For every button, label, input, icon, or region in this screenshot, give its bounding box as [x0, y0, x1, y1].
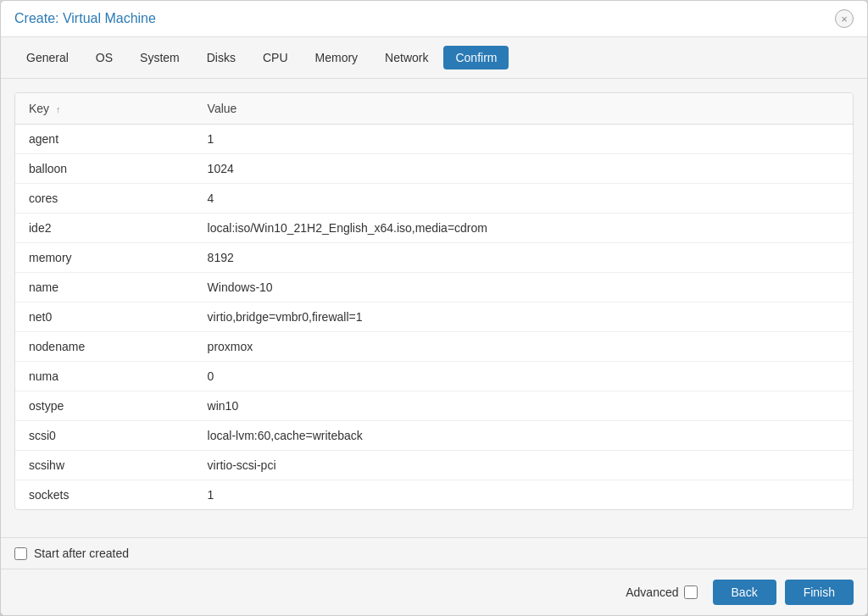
tab-confirm[interactable]: Confirm	[443, 46, 509, 69]
confirm-table-container: Key ↑ Value agent1balloon1024cores4ide2l…	[14, 92, 854, 510]
tab-disks[interactable]: Disks	[195, 46, 248, 69]
footer: Start after created	[1, 537, 867, 569]
advanced-checkbox[interactable]	[684, 585, 698, 599]
create-vm-dialog: Create: Virtual Machine × General OS Sys…	[0, 0, 868, 616]
table-cell-key: ide2	[15, 214, 194, 243]
table-row: ide2local:iso/Win10_21H2_English_x64.iso…	[15, 214, 853, 243]
bottom-bar: Advanced Back Finish	[1, 569, 867, 615]
table-cell-value: 1024	[194, 154, 853, 184]
table-cell-value: virtio,bridge=vmbr0,firewall=1	[194, 302, 853, 332]
table-cell-key: scsihw	[15, 451, 194, 480]
table-cell-value: 4	[194, 184, 853, 214]
tab-cpu[interactable]: CPU	[251, 46, 300, 69]
table-cell-key: sockets	[15, 480, 194, 510]
table-row: scsihwvirtio-scsi-pci	[15, 451, 853, 480]
table-cell-key: net0	[15, 302, 194, 332]
table-cell-key: nodename	[15, 332, 194, 362]
table-cell-key: scsi0	[15, 421, 194, 451]
finish-button[interactable]: Finish	[785, 580, 854, 605]
table-cell-value: 1	[194, 125, 853, 154]
table-cell-key: numa	[15, 362, 194, 391]
table-row: nameWindows-10	[15, 273, 853, 302]
table-cell-value: local:iso/Win10_21H2_English_x64.iso,med…	[194, 214, 853, 243]
table-row: memory8192	[15, 243, 853, 273]
table-cell-value: proxmox	[194, 332, 853, 362]
tab-bar: General OS System Disks CPU Memory Netwo…	[1, 37, 867, 79]
tab-network[interactable]: Network	[373, 46, 440, 69]
table-row: sockets1	[15, 480, 853, 510]
tab-os[interactable]: OS	[84, 46, 125, 69]
table-row: cores4	[15, 184, 853, 214]
table-row: agent1	[15, 125, 853, 154]
tab-memory[interactable]: Memory	[303, 46, 370, 69]
tab-general[interactable]: General	[14, 46, 81, 69]
dialog-title: Create: Virtual Machine	[14, 11, 156, 26]
table-cell-key: balloon	[15, 154, 194, 184]
start-after-label[interactable]: Start after created	[14, 547, 129, 560]
main-content: Key ↑ Value agent1balloon1024cores4ide2l…	[1, 79, 867, 537]
table-row: net0virtio,bridge=vmbr0,firewall=1	[15, 302, 853, 332]
dialog-header: Create: Virtual Machine ×	[1, 1, 867, 37]
table-cell-value: 1	[194, 480, 853, 510]
table-row: nodenameproxmox	[15, 332, 853, 362]
confirm-table: Key ↑ Value agent1balloon1024cores4ide2l…	[15, 93, 853, 509]
table-cell-key: ostype	[15, 391, 194, 421]
value-header: Value	[194, 93, 853, 125]
table-cell-key: cores	[15, 184, 194, 214]
advanced-label[interactable]: Advanced	[626, 585, 697, 599]
tab-system[interactable]: System	[128, 46, 192, 69]
table-row: numa0	[15, 362, 853, 391]
table-cell-value: 8192	[194, 243, 853, 273]
close-icon: ×	[841, 14, 848, 25]
sort-arrow-icon: ↑	[56, 104, 61, 114]
table-row: ostypewin10	[15, 391, 853, 421]
table-cell-value: win10	[194, 391, 853, 421]
close-button[interactable]: ×	[835, 9, 854, 28]
table-cell-key: agent	[15, 125, 194, 154]
table-cell-key: name	[15, 273, 194, 302]
table-row: scsi0local-lvm:60,cache=writeback	[15, 421, 853, 451]
table-row: balloon1024	[15, 154, 853, 184]
key-header: Key ↑	[15, 93, 194, 125]
table-cell-value: Windows-10	[194, 273, 853, 302]
table-cell-key: memory	[15, 243, 194, 273]
table-cell-value: virtio-scsi-pci	[194, 451, 853, 480]
start-after-checkbox[interactable]	[14, 547, 27, 560]
table-cell-value: 0	[194, 362, 853, 391]
table-cell-value: local-lvm:60,cache=writeback	[194, 421, 853, 451]
back-button[interactable]: Back	[713, 580, 776, 605]
